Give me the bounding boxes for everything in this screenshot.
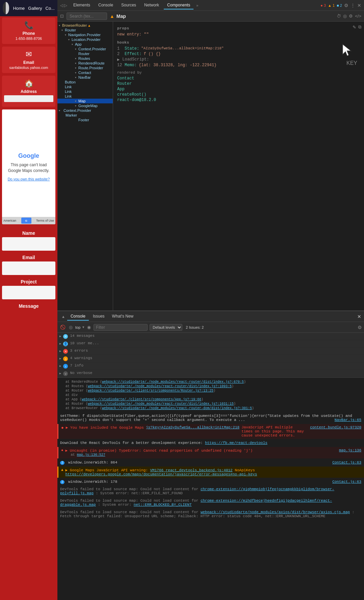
- code-icon[interactable]: </>: [355, 14, 361, 19]
- stack-link-3[interactable]: webpack://studiodarte/./client/src/compo…: [88, 389, 213, 393]
- msg-group-errors[interactable]: ▶ ✕ 3 errors: [57, 348, 364, 355]
- tree-item-button[interactable]: Button: [57, 80, 113, 84]
- map-warning-icon: ▲: [110, 14, 114, 19]
- tree-item-googlemap[interactable]: ▾ GoogleMap: [57, 103, 113, 108]
- rendered-by-label: rendered by: [117, 71, 360, 75]
- no-api-keys-link[interactable]: https://developers.google.com/maps/docum…: [66, 472, 257, 476]
- tree-item-location-provider[interactable]: ▾ Location.Provider: [57, 37, 113, 42]
- phone-value: 1-650-888-8706: [4, 36, 53, 41]
- stack-link-6[interactable]: webpack://studiodarte/./node_modules/rea…: [88, 402, 234, 406]
- tab-network[interactable]: Network: [141, 1, 162, 9]
- info-badge: ■ 2: [337, 3, 342, 7]
- tree-item-browserrouter[interactable]: ▾ BrowserRouter ▲: [57, 23, 113, 28]
- copy-icon[interactable]: ⧉: [358, 24, 361, 30]
- rendered-reactdom[interactable]: react-dom@18.2.0: [117, 97, 360, 103]
- tab-components[interactable]: Components: [164, 1, 193, 9]
- tree-item-context-provider2[interactable]: ▾ Context.Provider: [57, 108, 113, 113]
- console-tab-console[interactable]: Console: [67, 312, 89, 321]
- email-card: ✉ Email sanfabiolius.yahoo.com: [2, 47, 55, 73]
- stack-line-1: at RenderedRoute (webpack://studiodarte/…: [60, 380, 361, 384]
- tree-item-context-provider[interactable]: ▾ Context.Provider: [57, 47, 113, 51]
- nav-gallery[interactable]: Gallery: [28, 6, 42, 11]
- forward-icon[interactable]: ▷: [64, 3, 67, 8]
- tab-sources[interactable]: Sources: [118, 1, 139, 9]
- project-input[interactable]: [2, 286, 55, 299]
- tree-item-router[interactable]: ▾ Router: [57, 28, 113, 32]
- tree-item-renderedroute[interactable]: ▾ RenderedRoute: [57, 61, 113, 66]
- stack-link-1[interactable]: webpack://studiodarte/./node_modules/rea…: [102, 380, 244, 384]
- rendered-router[interactable]: Router: [117, 81, 360, 86]
- tree-item-route-provider[interactable]: ▾ Route.Provider: [57, 66, 113, 70]
- console-tab-whats-new[interactable]: What's New: [109, 312, 137, 321]
- map-ownership-link[interactable]: Do you own this website?: [8, 177, 50, 181]
- stack-link-7[interactable]: webpack://studiodarte/./node_modules/rea…: [102, 406, 252, 410]
- map-error-text: This page can't load Google Maps correct…: [5, 162, 52, 174]
- console-eye-icon[interactable]: ◉: [86, 324, 92, 330]
- left-panel: Home Gallery Co... 📞 Phone 1-650-888-870…: [0, 0, 57, 600]
- console-clear-icon[interactable]: 🚫: [59, 324, 66, 330]
- msg-group-user[interactable]: ▶ 👤 10 user me...: [57, 340, 364, 348]
- msg-group-verbose[interactable]: ▶ v No verbose: [57, 370, 364, 377]
- rendered-createroot[interactable]: createRoot(): [117, 92, 360, 97]
- tree-item-link3[interactable]: Link: [57, 94, 113, 99]
- contact-ref-63[interactable]: Contact.js:63: [332, 460, 361, 465]
- tab-elements[interactable]: Elements: [70, 1, 94, 9]
- tree-item-map[interactable]: ▾ Map: [57, 99, 113, 103]
- email-input[interactable]: [2, 261, 55, 275]
- eye-icon[interactable]: ◎: [343, 14, 347, 19]
- tree-item-router2[interactable]: Router: [57, 51, 113, 56]
- edit-icon[interactable]: ✎: [353, 24, 356, 30]
- tree-item-link1[interactable]: Link: [57, 84, 113, 89]
- settings-comp-icon[interactable]: ⚙: [349, 14, 353, 19]
- maps-api-link[interactable]: js?key=AIzaSyDufweSa...allback=initMap:2…: [146, 425, 239, 429]
- stack-line-2: at Routes (webpack://studiodarte/./node_…: [60, 384, 361, 389]
- tree-item-navigation-provider[interactable]: ▾ Navigation.Provider: [57, 32, 113, 37]
- rendered-contact[interactable]: Contact: [117, 76, 360, 81]
- stack-link-2[interactable]: webpack://studiodarte/./node_modules/rea…: [88, 384, 232, 388]
- tree-item-marker[interactable]: Marker: [57, 113, 113, 118]
- msg-group-messages[interactable]: ▶ ≡ 14 messages: [57, 333, 364, 340]
- react-devtools-msg: Download the React DevTools for a better…: [57, 440, 364, 446]
- console-expand-icon[interactable]: ▲: [60, 314, 67, 319]
- map-stack-link[interactable]: map.js:136:527: [77, 453, 105, 457]
- axios-link[interactable]: webpack://studiodarte/node_modules/axios…: [201, 510, 350, 514]
- tree-item-footer[interactable]: Footer: [57, 118, 113, 122]
- components-layout: ▾ BrowserRouter ▲ ▾ Router ▾ Navigation.…: [57, 22, 364, 310]
- content-bundle-ref[interactable]: content.bundle.js:97320: [310, 425, 361, 429]
- suspend-icon[interactable]: ⏱: [337, 14, 341, 19]
- console-tab-issues[interactable]: Issues: [89, 312, 108, 321]
- rendered-app[interactable]: App: [117, 86, 360, 92]
- nav-more[interactable]: Co...: [46, 6, 55, 11]
- tree-item-app[interactable]: ▾ App: [57, 42, 113, 47]
- contact-ref-63-2[interactable]: Contact.js:63: [332, 480, 361, 484]
- console-close-icon[interactable]: ✕: [357, 314, 361, 319]
- navbar-ref[interactable]: NavBar.js:65: [335, 418, 361, 422]
- msg-group-warnings[interactable]: ▶ ⚠ 4 warnings: [57, 355, 364, 362]
- tree-item-routes[interactable]: ▾ Routes: [57, 56, 113, 61]
- console-filter-input[interactable]: [94, 324, 148, 331]
- console-settings-icon[interactable]: ⚙: [358, 325, 362, 330]
- react-devtools-link[interactable]: https://fb.me/react-devtools: [205, 441, 267, 445]
- top-dropdown-icon[interactable]: ▾: [82, 325, 84, 329]
- hook-3[interactable]: ▶ LoadScript:: [117, 57, 360, 62]
- back-icon[interactable]: ◁: [60, 3, 63, 8]
- more-menu-icon[interactable]: ⋮: [350, 3, 355, 8]
- blocked-link[interactable]: net::ERR_BLOCKED_BY_CLIENT: [134, 503, 192, 507]
- tree-item-contact[interactable]: ▾ Contact: [57, 70, 113, 75]
- close-devtools-icon[interactable]: ✕: [357, 3, 361, 8]
- map-ref[interactable]: map.js:136: [339, 448, 361, 452]
- inspect-icon[interactable]: ⊡: [60, 14, 64, 19]
- console-preserve-icon[interactable]: ◎: [68, 324, 73, 330]
- component-search-input[interactable]: [67, 12, 107, 20]
- vm1766-link[interactable]: VM1766 react_devtools_backend.js:4012: [150, 468, 232, 472]
- tree-item-link2[interactable]: Link: [57, 89, 113, 94]
- settings-icon[interactable]: ⚙: [344, 3, 348, 8]
- tab-console[interactable]: Console: [95, 1, 116, 9]
- name-input[interactable]: [2, 237, 55, 251]
- stack-link-5[interactable]: webpack://studiodarte/./client/src/compo…: [82, 398, 201, 401]
- nav-home[interactable]: Home: [13, 6, 25, 11]
- msg-group-info[interactable]: ▶ i 7 info: [57, 362, 364, 370]
- more-tabs-icon[interactable]: »: [195, 2, 200, 9]
- tree-item-navbar[interactable]: ▾ NavBar: [57, 75, 113, 80]
- console-level-select[interactable]: Default levels: [150, 324, 182, 331]
